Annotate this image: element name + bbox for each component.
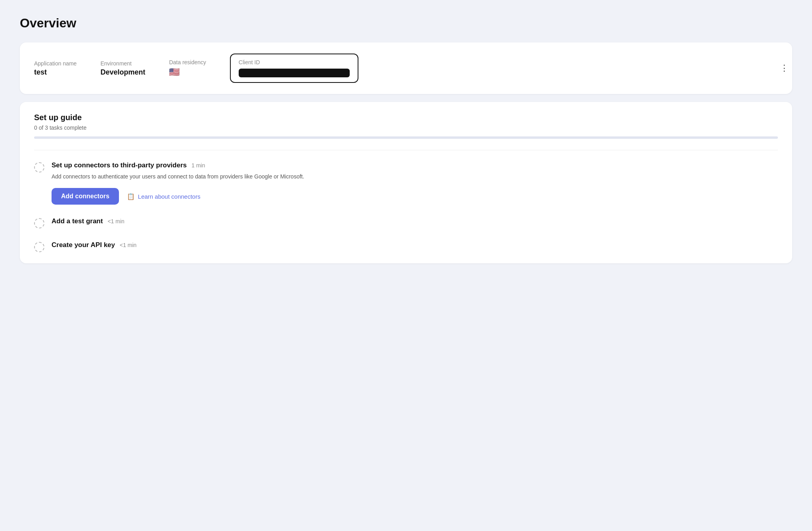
client-id-label: Client ID	[239, 59, 350, 65]
application-name-value: test	[34, 68, 77, 77]
client-id-value-redacted	[239, 69, 350, 77]
task-header-api-key: Create your API key <1 min	[52, 241, 778, 249]
setup-guide-title: Set up guide	[34, 113, 778, 122]
learn-connectors-label: Learn about connectors	[138, 193, 201, 200]
task-header-connectors: Set up connectors to third-party provide…	[52, 161, 778, 169]
section-divider	[34, 150, 778, 150]
task-time-api-key: <1 min	[120, 242, 136, 248]
setup-guide-card: Set up guide 0 of 3 tasks complete Set u…	[20, 102, 792, 263]
task-item-api-key: Create your API key <1 min	[34, 241, 778, 252]
data-residency-field: Data residency 🇺🇸	[169, 59, 206, 77]
environment-value: Development	[100, 68, 145, 77]
environment-label: Environment	[100, 60, 145, 67]
tasks-complete-label: 0 of 3 tasks complete	[34, 125, 778, 131]
task-item-connectors: Set up connectors to third-party provide…	[34, 161, 778, 205]
document-icon: 📋	[127, 193, 135, 200]
task-circle-test-grant	[34, 218, 44, 228]
application-name-label: Application name	[34, 60, 77, 67]
more-menu-button[interactable]: ⋮	[777, 60, 792, 77]
task-title-test-grant: Add a test grant	[52, 217, 103, 225]
task-time-test-grant: <1 min	[107, 218, 124, 224]
application-name-field: Application name test	[34, 60, 77, 77]
task-content-api-key: Create your API key <1 min	[52, 241, 778, 252]
task-actions-connectors: Add connectors 📋 Learn about connectors	[52, 188, 778, 205]
task-content-test-grant: Add a test grant <1 min	[52, 217, 778, 228]
task-header-test-grant: Add a test grant <1 min	[52, 217, 778, 225]
add-connectors-button[interactable]: Add connectors	[52, 188, 119, 205]
task-title-api-key: Create your API key	[52, 241, 115, 249]
client-id-field: Client ID	[230, 54, 358, 83]
progress-bar-container	[34, 136, 778, 139]
task-description-connectors: Add connectors to authenticate your user…	[52, 173, 778, 181]
task-time-connectors: 1 min	[192, 162, 205, 169]
page-title: Overview	[20, 16, 792, 31]
task-circle-connectors	[34, 162, 44, 173]
task-circle-api-key	[34, 242, 44, 252]
data-residency-label: Data residency	[169, 59, 206, 65]
task-item-test-grant: Add a test grant <1 min	[34, 217, 778, 228]
learn-about-connectors-button[interactable]: 📋 Learn about connectors	[127, 193, 201, 200]
task-content-connectors: Set up connectors to third-party provide…	[52, 161, 778, 205]
app-info-card: Application name test Environment Develo…	[20, 42, 792, 94]
data-residency-flag: 🇺🇸	[169, 67, 206, 77]
task-title-connectors: Set up connectors to third-party provide…	[52, 161, 187, 169]
environment-field: Environment Development	[100, 60, 145, 77]
